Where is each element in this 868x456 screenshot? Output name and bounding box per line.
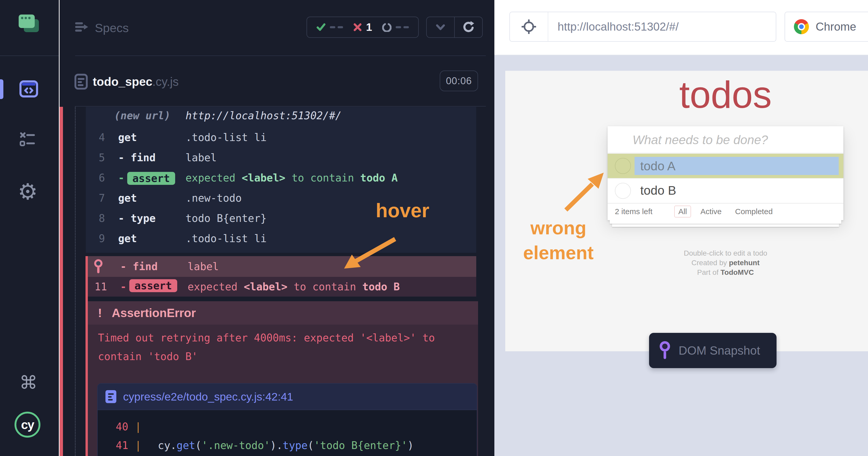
gutter-pipe: |	[135, 417, 141, 436]
todo-label[interactable]: todo B	[640, 179, 676, 203]
cypress-logo[interactable]: cy	[14, 412, 40, 437]
filter-completed[interactable]: Completed	[731, 206, 777, 217]
code-frame-header[interactable]: cypress/e2e/todo_spec.cy.js:42:41	[98, 384, 477, 410]
dom-snapshot-label: DOM Snapshot	[679, 343, 760, 358]
spec-file-name: todo_spec	[93, 75, 152, 88]
browsers-stack-icon[interactable]	[19, 14, 39, 36]
filter-active[interactable]: Active	[696, 206, 726, 217]
sidebar-item-runs[interactable]	[19, 131, 35, 149]
hover-annotation-arrow	[337, 235, 404, 274]
spec-file-title[interactable]: todo_spec.cy.js	[93, 74, 179, 89]
wrong-element-arrow	[559, 168, 610, 213]
command-method: (new url)	[114, 107, 170, 124]
new-todo-input[interactable]	[608, 126, 843, 153]
collapse-all-button[interactable]	[427, 17, 455, 37]
passed-count	[330, 26, 343, 28]
command-number: 5	[86, 149, 105, 166]
info-line-2: Created by petehunt	[608, 258, 843, 268]
browser-picker[interactable]: Chrome	[784, 12, 868, 42]
command-row-assert-pass[interactable]: 6 - assert expected <label> to contain t…	[86, 170, 476, 186]
command-args: label	[186, 149, 217, 166]
error-file-link[interactable]: cypress/e2e/todo_spec.cy.js:42:41	[123, 390, 293, 403]
command-number: 4	[86, 129, 105, 146]
todo-item-b[interactable]: todo B	[608, 178, 843, 203]
new-todo-row	[608, 126, 843, 153]
command-method: - type	[118, 210, 156, 226]
cypress-logo-text: cy	[21, 418, 34, 432]
error-header[interactable]: ! AssertionError	[88, 301, 478, 325]
command-row-find[interactable]: 5 - find label	[86, 149, 476, 166]
url-bar[interactable]: http://localhost:51302/#/	[509, 12, 776, 42]
assert-badge: assert	[129, 279, 177, 292]
author-link[interactable]: petehunt	[729, 259, 760, 267]
sidebar: ⚙ ⌘ cy	[0, 0, 59, 456]
command-row-get[interactable]: 9 get .todo-list li	[86, 230, 476, 247]
gutter-pipe: |	[135, 436, 141, 455]
todo-toggle[interactable]	[615, 158, 631, 174]
code-frame: cypress/e2e/todo_spec.cy.js:42:41 40 | 4…	[97, 383, 477, 456]
assertion-error-block: ! AssertionError Timed out retrying afte…	[88, 301, 478, 456]
command-number: 6	[86, 170, 105, 186]
info-line-3: Part of TodoMVC	[608, 268, 843, 277]
command-row-assert-fail[interactable]: 11 - assert expected <label> to contain …	[88, 277, 476, 297]
keyboard-shortcuts-button[interactable]: ⌘	[18, 372, 39, 393]
spec-duration-value: 00:06	[446, 75, 472, 87]
command-args: todo B{enter}	[186, 210, 267, 226]
command-method: get	[118, 230, 137, 247]
todo-label-highlighted[interactable]: todo A	[634, 157, 839, 175]
command-row-newurl[interactable]: (new url) http://localhost:51302/#/	[86, 107, 476, 124]
stat-passed	[316, 23, 343, 31]
assert-message: expected <label> to contain todo B	[188, 277, 400, 297]
aut-url[interactable]: http://localhost:51302/#/	[548, 12, 776, 41]
file-icon	[105, 390, 116, 403]
check-icon	[316, 23, 326, 31]
paper-stack-decoration	[610, 220, 841, 224]
sidebar-item-settings[interactable]: ⚙	[16, 180, 39, 203]
specs-menu-button[interactable]	[74, 21, 89, 34]
rerun-button[interactable]	[455, 17, 482, 37]
command-args: .todo-list li	[186, 129, 267, 146]
test-stats[interactable]: 1	[307, 17, 419, 38]
panel-resizer[interactable]	[59, 0, 60, 456]
spec-file-icon	[74, 73, 88, 91]
browser-name: Chrome	[816, 20, 856, 33]
error-bang-icon: !	[98, 306, 102, 320]
code-line-41: 41 | cy.get('.new-todo').type('todo B{en…	[98, 436, 477, 455]
specs-panel-title: Specs	[95, 21, 129, 35]
error-title: AssertionError	[112, 306, 196, 320]
command-args: .new-todo	[186, 190, 242, 206]
pending-circle-icon	[382, 23, 392, 32]
paper-stack-decoration	[612, 224, 839, 227]
aut-header: http://localhost:51302/#/ Chrome	[494, 0, 868, 55]
sidebar-divider	[0, 56, 59, 56]
test-list-icon	[19, 131, 35, 148]
dom-snapshot-badge: DOM Snapshot	[649, 333, 777, 368]
app-title: todos	[608, 73, 843, 117]
command-number: 11	[88, 277, 107, 297]
sidebar-item-specs[interactable]	[20, 80, 38, 98]
failed-test-border	[59, 107, 63, 456]
gear-icon: ⚙	[18, 180, 37, 203]
chevron-down-icon	[435, 23, 446, 32]
cross-icon	[353, 23, 362, 32]
wrong-element-annotation-line1: wrong	[514, 216, 602, 240]
line-number: 40	[98, 417, 128, 436]
code-text: cy.get('.new-todo').type('todo B{enter}'…	[158, 436, 413, 455]
todo-item-a[interactable]: todo A	[608, 153, 843, 178]
chrome-icon	[794, 19, 809, 34]
selector-playground-button[interactable]	[510, 12, 548, 41]
todo-toggle[interactable]	[615, 183, 631, 199]
command-method: get	[118, 190, 137, 206]
filter-all[interactable]: All	[674, 206, 691, 217]
command-args: label	[188, 256, 219, 277]
indent-guide	[75, 107, 76, 456]
command-dash: -	[118, 170, 124, 186]
header-divider	[75, 56, 486, 56]
failed-count: 1	[366, 21, 372, 33]
command-args: .todo-list li	[186, 230, 267, 247]
todomvc-link[interactable]: TodoMVC	[720, 268, 754, 276]
line-number: 41	[98, 436, 128, 455]
command-row-get[interactable]: 4 get .todo-list li	[86, 129, 476, 146]
command-number: 8	[86, 210, 105, 226]
command-row-find-pinned[interactable]: - find label	[88, 256, 476, 277]
